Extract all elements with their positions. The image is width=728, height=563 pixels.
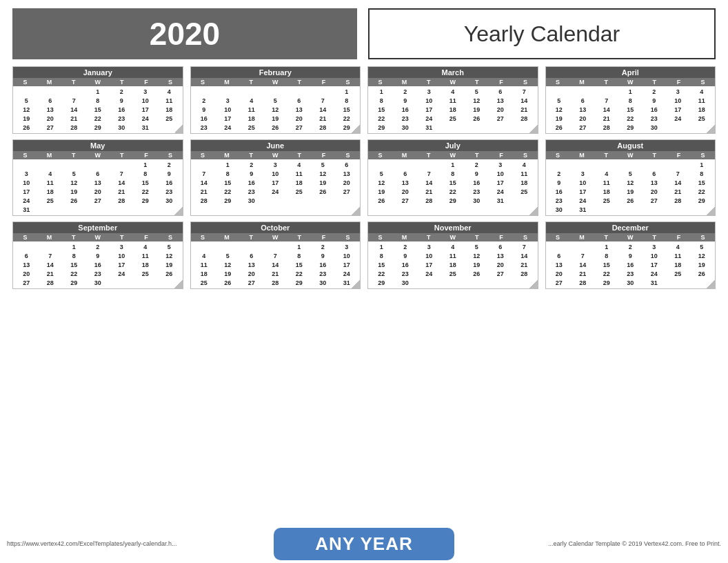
day-cell: 18 — [441, 105, 465, 114]
day-cell: 13 — [489, 96, 513, 105]
day-cell: 24 — [134, 114, 158, 123]
day-cell: 27 — [240, 278, 264, 287]
day-header-label: T — [239, 151, 263, 159]
day-cell: 23 — [394, 269, 418, 278]
day-cell: 10 — [14, 178, 39, 187]
day-header-label: S — [336, 78, 360, 86]
day-cell: 3 — [216, 96, 240, 105]
day-cell: 31 — [134, 123, 158, 132]
day-cell: 21 — [595, 114, 619, 123]
day-cell: 13 — [547, 260, 572, 269]
day-cell: 6 — [643, 169, 667, 178]
month-block-october: OctoberSMTWTFS12345678910111213141516171… — [190, 221, 361, 289]
day-cell: 2 — [547, 169, 572, 178]
day-cell: 21 — [512, 260, 536, 269]
day-cell: 16 — [192, 114, 216, 123]
day-cell: 21 — [39, 269, 63, 278]
day-header-label: F — [134, 151, 158, 159]
day-cell: 4 — [39, 169, 63, 178]
day-cell: 21 — [62, 114, 86, 123]
day-cell: 25 — [595, 196, 619, 205]
day-cell: 26 — [14, 123, 39, 132]
day-cell: 6 — [489, 87, 513, 96]
day-cell: 8 — [618, 96, 643, 105]
day-cell: 21 — [512, 105, 536, 114]
empty-day — [39, 87, 63, 96]
day-header-label: W — [85, 78, 110, 86]
day-cell: 3 — [263, 160, 287, 169]
empty-day — [571, 87, 595, 96]
day-cell: 30 — [618, 278, 643, 287]
empty-day — [311, 87, 335, 96]
day-cell: 28 — [512, 269, 536, 278]
day-cell: 12 — [263, 105, 287, 114]
day-cell: 11 — [240, 105, 264, 114]
day-cell: 10 — [263, 169, 287, 178]
day-cell: 19 — [263, 114, 287, 123]
day-cell: 1 — [370, 242, 394, 251]
day-cell: 16 — [157, 178, 181, 187]
day-cell: 18 — [666, 260, 690, 269]
day-header-label: S — [546, 78, 570, 86]
day-cell: 10 — [110, 251, 134, 260]
empty-day — [618, 160, 643, 169]
day-cell: 5 — [14, 96, 39, 105]
empty-day — [547, 87, 572, 96]
day-cell: 27 — [14, 278, 39, 287]
day-cell: 17 — [216, 114, 240, 123]
day-cell: 28 — [110, 196, 134, 205]
day-cell: 21 — [571, 269, 595, 278]
day-cell: 16 — [240, 178, 264, 187]
month-header: March — [368, 67, 538, 78]
day-cell: 17 — [417, 260, 441, 269]
day-cell: 16 — [643, 105, 667, 114]
day-cell: 26 — [690, 269, 714, 278]
day-cell: 21 — [263, 269, 287, 278]
day-header-label: S — [158, 151, 182, 159]
day-cell: 26 — [62, 196, 86, 205]
day-cell: 12 — [618, 178, 643, 187]
day-cell: 5 — [465, 87, 489, 96]
empty-day — [287, 87, 312, 96]
day-header-label: M — [37, 151, 61, 159]
day-header-label: M — [570, 233, 594, 241]
day-cell: 23 — [157, 187, 181, 196]
day-cell: 12 — [157, 251, 181, 260]
day-cell: 3 — [571, 169, 595, 178]
empty-day — [263, 242, 287, 251]
day-cell: 1 — [62, 242, 86, 251]
month-header: June — [191, 140, 361, 151]
month-block-september: SeptemberSMTWTFS123456789101112131415161… — [12, 221, 183, 289]
day-header-label: S — [513, 78, 537, 86]
day-cell: 10 — [417, 96, 441, 105]
empty-day — [14, 160, 39, 169]
day-cell: 4 — [157, 87, 181, 96]
day-cell: 13 — [394, 178, 418, 187]
day-cell: 8 — [216, 169, 240, 178]
month-block-november: NovemberSMTWTFS1234567891011121314151617… — [367, 221, 538, 289]
day-cell: 30 — [547, 205, 572, 214]
any-year-button[interactable]: ANY YEAR — [274, 528, 454, 560]
day-cell: 10 — [335, 251, 359, 260]
day-header-label: S — [191, 233, 215, 241]
day-cell: 25 — [512, 187, 536, 196]
page: 2020 Yearly Calendar JanuarySMTWTFS12345… — [0, 0, 728, 563]
day-cell: 19 — [465, 105, 489, 114]
day-cell: 22 — [370, 269, 394, 278]
day-cell: 17 — [14, 187, 39, 196]
day-cell: 18 — [134, 260, 158, 269]
day-header-label: W — [85, 233, 110, 241]
day-cell: 25 — [240, 123, 264, 132]
month-header: July — [368, 140, 538, 151]
day-cell: 24 — [571, 196, 595, 205]
day-header-label: S — [191, 151, 215, 159]
day-header-label: T — [643, 151, 667, 159]
day-cell: 2 — [240, 160, 264, 169]
day-cell: 7 — [110, 169, 134, 178]
day-cell: 25 — [192, 278, 216, 287]
day-header-label: M — [215, 151, 239, 159]
day-cell: 22 — [287, 269, 312, 278]
day-cell: 9 — [240, 169, 264, 178]
day-cell: 24 — [335, 269, 359, 278]
day-cell: 28 — [666, 196, 690, 205]
